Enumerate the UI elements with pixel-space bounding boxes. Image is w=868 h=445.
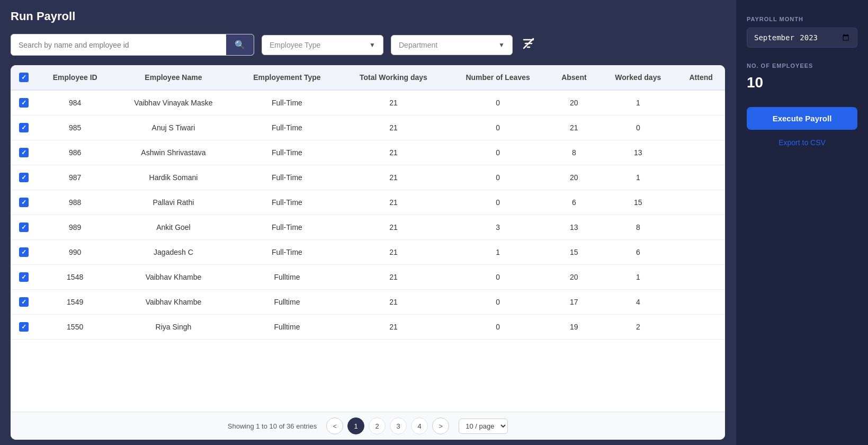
cell-attend [677, 90, 725, 115]
cell-employment-type: Full-Time [234, 215, 341, 240]
col-number-of-leaves: Number of Leaves [447, 65, 549, 90]
cell-employee-name: Vaibhav Khambe [113, 290, 234, 315]
cell-total-working-days: 21 [340, 290, 446, 315]
cell-attend [677, 265, 725, 290]
cell-attend [677, 115, 725, 140]
cell-worked-days: 13 [599, 140, 677, 165]
cell-employment-type: Fulltime [234, 265, 341, 290]
col-attend: Attend [677, 65, 725, 90]
cell-absent: 21 [549, 115, 599, 140]
prev-page-button[interactable]: < [326, 417, 343, 434]
cell-worked-days: 0 [599, 115, 677, 140]
department-dropdown[interactable]: Department ▼ [391, 35, 513, 55]
execute-payroll-button[interactable]: Execute Payroll [747, 107, 857, 130]
page-3-button[interactable]: 3 [390, 417, 407, 434]
export-csv-link[interactable]: Export to CSV [747, 138, 857, 147]
cell-number-of-leaves: 0 [447, 140, 549, 165]
cell-employment-type: Full-Time [234, 190, 341, 215]
filter-icon[interactable] [522, 37, 535, 52]
cell-employee-name: Pallavi Rathi [113, 190, 234, 215]
page-4-button[interactable]: 4 [411, 417, 428, 434]
row-checkbox[interactable] [19, 322, 29, 332]
cell-total-working-days: 21 [340, 190, 446, 215]
cell-absent: 19 [549, 315, 599, 340]
per-page-select[interactable]: 10 / page 20 / page 50 / page [459, 419, 508, 434]
col-worked-days: Worked days [599, 65, 677, 90]
cell-number-of-leaves: 0 [447, 165, 549, 190]
cell-attend [677, 190, 725, 215]
row-checkbox[interactable] [19, 98, 29, 108]
cell-total-working-days: 21 [340, 265, 446, 290]
row-checkbox[interactable] [19, 148, 29, 157]
cell-employment-type: Full-Time [234, 165, 341, 190]
cell-absent: 20 [549, 165, 599, 190]
cell-employment-type: Full-Time [234, 115, 341, 140]
select-all-header[interactable] [11, 65, 37, 90]
cell-employee-name: Ashwin Shrivastava [113, 140, 234, 165]
next-page-button[interactable]: > [432, 417, 449, 434]
chevron-down-icon: ▼ [369, 41, 375, 49]
employee-count: 10 [747, 74, 857, 91]
table-row: 984 Vaibhav Vinayak Maske Full-Time 21 0… [11, 90, 725, 115]
row-checkbox[interactable] [19, 123, 29, 132]
cell-employee-id: 987 [37, 165, 113, 190]
department-label: Department [399, 41, 437, 49]
cell-employee-id: 990 [37, 240, 113, 265]
row-checkbox-cell[interactable] [11, 290, 37, 315]
employee-type-dropdown[interactable]: Employee Type ▼ [262, 35, 383, 55]
row-checkbox-cell[interactable] [11, 190, 37, 215]
row-checkbox-cell[interactable] [11, 165, 37, 190]
table-row: 988 Pallavi Rathi Full-Time 21 0 6 15 [11, 190, 725, 215]
row-checkbox[interactable] [19, 247, 29, 257]
row-checkbox-cell[interactable] [11, 140, 37, 165]
row-checkbox[interactable] [19, 272, 29, 282]
table-scroll-area[interactable]: Employee ID Employee Name Employement Ty… [11, 65, 725, 412]
cell-employee-id: 984 [37, 90, 113, 115]
row-checkbox-cell[interactable] [11, 215, 37, 240]
cell-total-working-days: 21 [340, 165, 446, 190]
cell-worked-days: 1 [599, 90, 677, 115]
row-checkbox[interactable] [19, 173, 29, 182]
cell-total-working-days: 21 [340, 140, 446, 165]
row-checkbox-cell[interactable] [11, 265, 37, 290]
payroll-month-label: PAYROLL MONTH [747, 16, 857, 22]
cell-employee-name: Vaibhav Vinayak Maske [113, 90, 234, 115]
row-checkbox-cell[interactable] [11, 90, 37, 115]
search-button[interactable]: 🔍 [226, 34, 254, 55]
data-table-wrapper: Employee ID Employee Name Employement Ty… [11, 65, 725, 440]
cell-employee-name: Hardik Somani [113, 165, 234, 190]
row-checkbox-cell[interactable] [11, 240, 37, 265]
cell-worked-days: 2 [599, 315, 677, 340]
cell-attend [677, 290, 725, 315]
select-all-checkbox[interactable] [19, 73, 29, 82]
search-box: 🔍 [11, 34, 254, 56]
cell-employee-id: 1548 [37, 265, 113, 290]
row-checkbox-cell[interactable] [11, 115, 37, 140]
search-input[interactable] [11, 35, 226, 55]
cell-employee-name: Ankit Goel [113, 215, 234, 240]
table-row: 985 Anuj S Tiwari Full-Time 21 0 21 0 [11, 115, 725, 140]
cell-worked-days: 1 [599, 165, 677, 190]
table-row: 986 Ashwin Shrivastava Full-Time 21 0 8 … [11, 140, 725, 165]
cell-number-of-leaves: 0 [447, 90, 549, 115]
row-checkbox-cell[interactable] [11, 315, 37, 340]
cell-number-of-leaves: 3 [447, 215, 549, 240]
cell-worked-days: 4 [599, 290, 677, 315]
cell-employee-id: 988 [37, 190, 113, 215]
col-employment-type: Employement Type [234, 65, 341, 90]
row-checkbox[interactable] [19, 297, 29, 307]
cell-absent: 13 [549, 215, 599, 240]
cell-employment-type: Fulltime [234, 290, 341, 315]
row-checkbox[interactable] [19, 222, 29, 232]
col-employee-id: Employee ID [37, 65, 113, 90]
payroll-month-input[interactable] [747, 28, 857, 48]
table-row: 990 Jagadesh C Full-Time 21 1 15 6 [11, 240, 725, 265]
cell-number-of-leaves: 0 [447, 265, 549, 290]
row-checkbox[interactable] [19, 198, 29, 207]
cell-employment-type: Full-Time [234, 140, 341, 165]
page-2-button[interactable]: 2 [369, 417, 386, 434]
page-1-button[interactable]: 1 [347, 417, 364, 434]
cell-worked-days: 8 [599, 215, 677, 240]
cell-worked-days: 6 [599, 240, 677, 265]
cell-attend [677, 215, 725, 240]
